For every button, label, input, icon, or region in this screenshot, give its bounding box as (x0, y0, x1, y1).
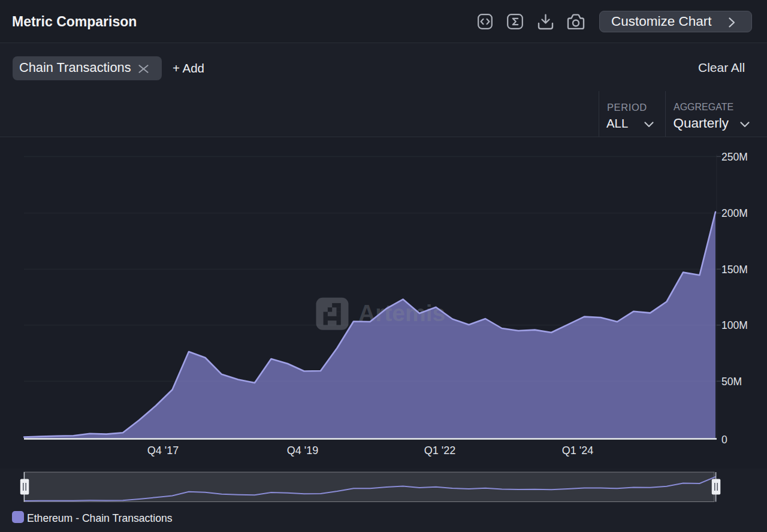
svg-text:Q1 '22: Q1 '22 (424, 445, 455, 457)
svg-text:150M: 150M (721, 264, 748, 276)
svg-text:Artemis: Artemis (358, 300, 445, 326)
svg-text:Q4 '17: Q4 '17 (147, 445, 179, 457)
svg-text:Q1 '24: Q1 '24 (562, 445, 593, 457)
svg-text:50M: 50M (721, 376, 742, 388)
svg-text:250M: 250M (721, 151, 748, 163)
svg-text:Q4 '19: Q4 '19 (287, 445, 318, 457)
svg-text:200M: 200M (721, 207, 748, 219)
svg-text:100M: 100M (721, 319, 748, 331)
svg-text:0: 0 (721, 434, 727, 446)
